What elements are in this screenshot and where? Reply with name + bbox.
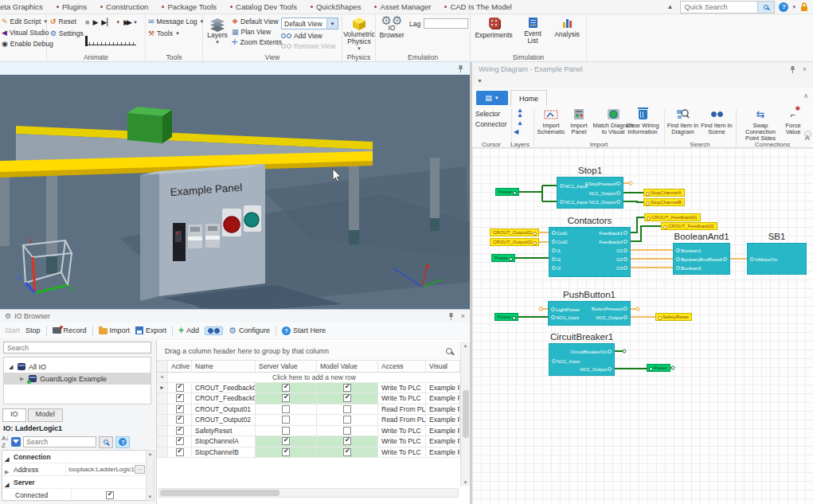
port-input[interactable]: NO1_Input	[551, 358, 580, 365]
swap-connection-point-sides-button[interactable]: ⇆ Swap Connection Point Sides	[738, 107, 783, 142]
animation-timeline-slider[interactable]	[85, 37, 136, 45]
io-browser-button[interactable]: ⚙⚙ IO Browser	[378, 17, 405, 39]
view-selector-combobox[interactable]: Default View▼	[281, 18, 338, 29]
port-input[interactable]: I2	[551, 256, 561, 263]
lag-input[interactable]	[424, 18, 468, 29]
analysis-button[interactable]: Analysis	[550, 18, 584, 38]
default-view-button[interactable]: ❖Default View	[232, 18, 282, 25]
help-dropdown-icon[interactable]: ▾	[792, 4, 795, 10]
port-output[interactable]: O3	[616, 265, 628, 272]
tab-model[interactable]: Model	[28, 408, 64, 422]
port-output[interactable]: NO1_Output	[596, 315, 628, 321]
find-item-in-diagram-button[interactable]: Find Item In Diagram	[666, 107, 699, 135]
menu-item-catalog-dev-tools[interactable]: Catalog Dev Tools	[230, 2, 297, 11]
import-button[interactable]: Import	[99, 326, 131, 334]
tag-stopchannelb[interactable]: StopChannelB	[643, 198, 685, 206]
layers-button[interactable]: Layers▼	[205, 18, 230, 46]
column-header-active[interactable]: Active	[168, 361, 192, 372]
port-input[interactable]: NC2_Input	[559, 199, 588, 205]
model-value-checkbox[interactable]	[343, 384, 351, 392]
column-header-name[interactable]: Name	[192, 361, 256, 372]
tag-crout-output01[interactable]: CROUT_Output01	[490, 229, 539, 236]
property-search-input[interactable]	[23, 436, 96, 447]
pin-icon[interactable]	[457, 64, 464, 73]
group-by-bar[interactable]: Drag a column header here to group by th…	[157, 342, 460, 361]
port-input[interactable]: NC1_Input	[559, 183, 588, 189]
active-checkbox[interactable]	[176, 384, 184, 392]
model-value-checkbox[interactable]	[343, 394, 351, 402]
add-view-button[interactable]: Add View	[281, 32, 338, 40]
fast-forward-icon[interactable]: ▶▶	[123, 18, 130, 26]
column-header-model-value[interactable]: Model Value	[317, 361, 378, 372]
menu-item-asset-manager[interactable]: Asset Manager	[374, 2, 431, 11]
plan-view-button[interactable]: ▦Plan View	[232, 28, 282, 36]
pin-icon[interactable]	[789, 65, 796, 74]
stop-button[interactable]: Stop	[25, 326, 41, 334]
port-input[interactable]: I1	[551, 248, 561, 254]
play-icon[interactable]: ▶	[92, 18, 98, 26]
tag-crout-feedback02[interactable]: CROUT_Feedback02	[661, 222, 717, 230]
column-header-access[interactable]: Access	[378, 361, 426, 372]
visual-studio-button[interactable]: ◀Visual Studio	[2, 29, 45, 37]
model-value-checkbox[interactable]	[343, 437, 351, 445]
tab-home[interactable]: Home	[510, 90, 547, 106]
table-row[interactable]: SafetyReset Write To PLC Example Panel.P	[157, 426, 460, 437]
port-input[interactable]: NO1_Input	[550, 315, 579, 321]
configure-button[interactable]: ⚙Configure	[229, 326, 270, 334]
scroll-up-icon[interactable]: ▲	[463, 343, 468, 348]
block-sb1[interactable]: SB1 IsMotorOn	[747, 243, 807, 275]
quick-search-input[interactable]	[681, 2, 757, 13]
chevron-down-icon[interactable]: ▼	[115, 20, 120, 25]
volumetric-physics-button[interactable]: Volumetric Physics▼	[343, 17, 375, 53]
port-input[interactable]: Boolean2	[675, 256, 701, 263]
active-checkbox[interactable]	[176, 427, 184, 435]
enable-debug-button[interactable]: ◉Enable Debug	[2, 40, 45, 48]
step-icon[interactable]: ▶▏	[101, 18, 112, 26]
close-icon[interactable]: ×	[803, 65, 807, 73]
port-output[interactable]: NO1_Output	[580, 366, 612, 373]
collapse-group-icon[interactable]: −	[804, 131, 811, 138]
property-row-connected[interactable]: Connected	[2, 489, 146, 502]
layer-up-icon[interactable]: ▲	[517, 121, 523, 126]
port-input[interactable]: LightPower	[550, 307, 580, 313]
start-button[interactable]: Start	[5, 326, 20, 334]
table-row[interactable]: CROUT_Feedback02 Write To PLC Example Pa…	[157, 393, 460, 404]
block-contactors[interactable]: Contactors Coil1 Coil2 I1 I2 I3 Feedback…	[549, 227, 631, 277]
block-booleanand1[interactable]: BooleanAnd1 Boolean1 Boolean2 Boolean3 A…	[673, 243, 730, 275]
event-list-button[interactable]: Event List	[518, 18, 547, 45]
port-output[interactable]: CircuitBreakerOn	[570, 349, 612, 355]
chevron-down-icon[interactable]: ▼	[326, 18, 338, 29]
menu-item-cad-is-the-model[interactable]: CAD Is The Model	[444, 2, 511, 11]
tree-search-input[interactable]	[3, 342, 151, 354]
tag-crout-output02[interactable]: CROUT_Output02	[490, 238, 539, 246]
server-value-checkbox[interactable]	[282, 427, 290, 435]
search-icon[interactable]	[446, 348, 452, 354]
force-value-button[interactable]: ⌐ Force Value	[783, 107, 803, 135]
scroll-thumb[interactable]	[463, 390, 469, 438]
tag-safetyreset[interactable]: SafetyReset	[655, 313, 692, 321]
port-output[interactable]: Feedback2	[599, 239, 628, 245]
property-group-server[interactable]: ◢Server	[2, 476, 146, 489]
active-checkbox[interactable]	[176, 394, 184, 402]
connector-tool[interactable]: Connector	[475, 120, 506, 128]
tag-power[interactable]: Power	[495, 188, 519, 196]
tag-power[interactable]: Power	[491, 254, 515, 262]
import-schematic-button[interactable]: Import Schematic	[536, 107, 566, 135]
port-input[interactable]: Boolean1	[675, 248, 701, 254]
server-value-checkbox[interactable]	[282, 384, 290, 392]
tag-power[interactable]: Power	[647, 364, 670, 372]
active-checkbox[interactable]	[176, 437, 184, 445]
ellipsis-button[interactable]: ⋯	[135, 465, 145, 474]
zoom-extents-button[interactable]: ✛Zoom Extents	[232, 38, 282, 46]
scroll-down-icon[interactable]: ▼	[148, 494, 153, 499]
record-button[interactable]: Record	[53, 326, 87, 334]
server-value-checkbox[interactable]	[282, 437, 290, 445]
stop-playback-icon[interactable]: ■	[85, 18, 89, 26]
menu-item-plugins[interactable]: Plugins	[57, 2, 87, 11]
menu-item-quickshapes[interactable]: QuickShapes	[311, 2, 362, 11]
property-help-button[interactable]: ?	[115, 436, 130, 448]
timeline-thumb[interactable]	[85, 36, 88, 46]
panel-dropdown-icon[interactable]: ▼	[477, 78, 483, 84]
tag-crout-feedback01[interactable]: CROUT_Feedback01	[644, 213, 701, 221]
message-log-button[interactable]: ✉Message Log▼	[148, 18, 200, 25]
